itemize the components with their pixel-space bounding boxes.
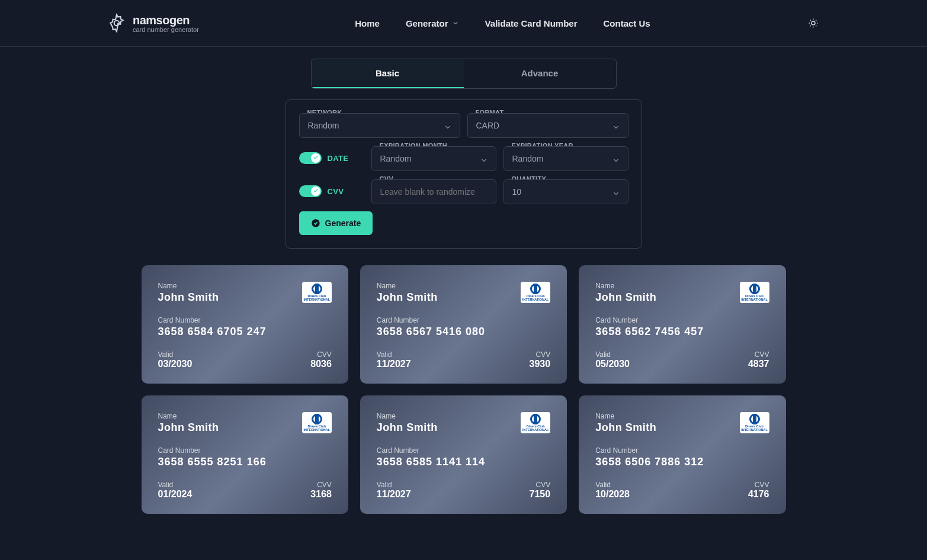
form-panel: NETWORK Random FORMAT CARD DATE EXPIRATI… xyxy=(286,99,642,249)
cvv-input[interactable] xyxy=(371,179,496,204)
nav-generator-label: Generator xyxy=(406,18,448,28)
card-valid-value: 11/2027 xyxy=(377,489,411,500)
diners-club-logo: Diners ClubINTERNATIONAL xyxy=(521,282,550,303)
svg-point-0 xyxy=(114,21,120,26)
diners-club-logo: Diners ClubINTERNATIONAL xyxy=(521,412,550,433)
card-number-value: 3658 6555 8251 166 xyxy=(158,456,332,468)
diners-club-logo: Diners ClubINTERNATIONAL xyxy=(740,282,769,303)
card-cvv-label: CVV xyxy=(755,350,769,359)
card-cvv-label: CVV xyxy=(535,350,550,359)
card-name-value: John Smith xyxy=(595,421,656,434)
tabs: Basic Advance xyxy=(311,59,617,89)
generate-button[interactable]: Generate xyxy=(299,211,373,235)
card-number-label: Card Number xyxy=(377,316,550,324)
credit-card: Name John Smith Diners ClubINTERNATIONAL… xyxy=(579,265,785,384)
card-valid-value: 01/2024 xyxy=(158,489,193,500)
svg-line-8 xyxy=(810,25,811,26)
cards-grid: Name John Smith Diners ClubINTERNATIONAL… xyxy=(142,265,786,514)
main-nav: Home Generator Validate Card Number Cont… xyxy=(355,18,650,28)
credit-card: Name John Smith Diners ClubINTERNATIONAL… xyxy=(579,395,785,514)
card-valid-value: 10/2028 xyxy=(595,489,630,500)
card-cvv-value: 3930 xyxy=(530,359,551,369)
card-cvv-label: CVV xyxy=(535,481,550,489)
card-cvv-value: 7150 xyxy=(530,489,551,500)
card-name-value: John Smith xyxy=(158,421,219,434)
card-number-value: 3658 6585 1141 114 xyxy=(377,456,550,468)
quantity-select[interactable]: 10 xyxy=(503,179,628,204)
cvv-toggle-block: CVV xyxy=(299,178,364,204)
card-number-value: 3658 6567 5416 080 xyxy=(377,326,550,338)
nav-validate[interactable]: Validate Card Number xyxy=(485,18,578,28)
card-name-value: John Smith xyxy=(595,291,656,304)
card-valid-value: 11/2027 xyxy=(377,359,411,369)
card-cvv-value: 3168 xyxy=(310,489,332,500)
card-valid-label: Valid xyxy=(377,350,411,359)
exp-year-field: EXPIRATION YEAR Random xyxy=(503,146,628,171)
credit-card: Name John Smith Diners ClubINTERNATIONAL… xyxy=(360,395,567,514)
svg-line-9 xyxy=(816,20,816,21)
format-value: CARD xyxy=(476,121,500,130)
svg-point-1 xyxy=(811,21,815,25)
network-select[interactable]: Random xyxy=(299,113,460,138)
nav-generator[interactable]: Generator xyxy=(406,18,459,28)
quantity-field: QUANTITY 10 xyxy=(503,179,628,204)
card-name-label: Name xyxy=(595,282,656,290)
card-number-label: Card Number xyxy=(595,446,769,455)
card-name-label: Name xyxy=(158,412,219,420)
network-field: NETWORK Random xyxy=(299,113,460,138)
nav-contact[interactable]: Contact Us xyxy=(604,18,650,28)
date-toggle-block: DATE xyxy=(299,145,364,171)
cvv-toggle[interactable] xyxy=(299,185,322,197)
sun-icon xyxy=(808,18,819,28)
card-number-label: Card Number xyxy=(158,446,332,455)
format-select[interactable]: CARD xyxy=(467,113,628,138)
card-valid-label: Valid xyxy=(595,350,630,359)
brand-subtitle: card number generator xyxy=(133,26,199,33)
nav-home[interactable]: Home xyxy=(355,18,380,28)
quantity-value: 10 xyxy=(512,187,522,197)
header: namsogen card number generator Home Gene… xyxy=(0,0,927,47)
card-name-value: John Smith xyxy=(158,291,219,304)
card-cvv-label: CVV xyxy=(317,350,332,359)
card-number-value: 3658 6562 7456 457 xyxy=(595,326,769,338)
card-cvv-value: 4176 xyxy=(748,489,769,500)
diners-club-logo: Diners ClubINTERNATIONAL xyxy=(740,412,769,433)
theme-toggle-button[interactable] xyxy=(806,16,820,30)
cvv-field: CVV xyxy=(371,179,496,204)
card-cvv-label: CVV xyxy=(317,481,332,489)
exp-month-select[interactable]: Random xyxy=(371,146,496,171)
card-number-value: 3658 6584 6705 247 xyxy=(158,326,332,338)
date-toggle-label: DATE xyxy=(328,154,349,163)
card-valid-label: Valid xyxy=(158,481,193,489)
network-value: Random xyxy=(308,121,339,130)
tab-basic[interactable]: Basic xyxy=(312,59,464,88)
credit-card: Name John Smith Diners ClubINTERNATIONAL… xyxy=(360,265,567,384)
card-name-label: Name xyxy=(595,412,656,420)
svg-line-5 xyxy=(816,25,816,26)
card-cvv-value: 4837 xyxy=(748,359,769,369)
logo-gear-icon xyxy=(107,13,127,33)
card-name-value: John Smith xyxy=(377,291,438,304)
credit-card: Name John Smith Diners ClubINTERNATIONAL… xyxy=(142,265,348,384)
card-valid-label: Valid xyxy=(158,350,193,359)
cvv-toggle-label: CVV xyxy=(328,187,344,196)
check-circle-icon xyxy=(311,218,320,228)
card-valid-label: Valid xyxy=(377,481,411,489)
card-name-label: Name xyxy=(158,282,219,290)
date-toggle[interactable] xyxy=(299,152,322,164)
diners-club-logo: Diners ClubINTERNATIONAL xyxy=(302,282,332,303)
logo[interactable]: namsogen card number generator xyxy=(107,13,199,33)
card-cvv-value: 8036 xyxy=(310,359,332,369)
exp-year-value: Random xyxy=(512,154,544,163)
exp-month-value: Random xyxy=(380,154,412,163)
exp-year-select[interactable]: Random xyxy=(503,146,628,171)
card-name-label: Name xyxy=(377,412,438,420)
tab-advance[interactable]: Advance xyxy=(464,59,616,88)
card-name-label: Name xyxy=(377,282,438,290)
card-cvv-label: CVV xyxy=(755,481,769,489)
card-valid-value: 05/2030 xyxy=(595,359,630,369)
format-field: FORMAT CARD xyxy=(467,113,628,138)
card-valid-value: 03/2030 xyxy=(158,359,193,369)
card-number-label: Card Number xyxy=(595,316,769,324)
chevron-down-icon xyxy=(452,20,459,27)
